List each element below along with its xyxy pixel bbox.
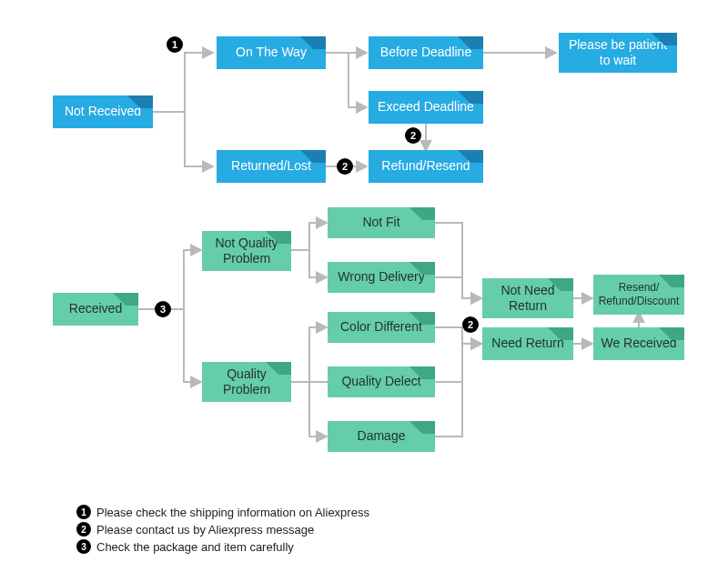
legend-num-2-icon: 2	[76, 522, 91, 537]
badge-2b-icon: 2	[405, 127, 421, 144]
node-please-wait: Please be patient to wait	[559, 33, 677, 73]
badge-2-icon: 2	[337, 158, 353, 175]
flowchart: { "colors":{"blue":"#26abe3","green":"#6…	[0, 0, 728, 582]
node-quality-problem: Quality Problem	[202, 362, 291, 402]
legend: 1Please check the shipping information o…	[76, 502, 369, 557]
node-not-fit: Not Fit	[328, 207, 435, 238]
node-quality-defect: Quality Delect	[328, 366, 435, 397]
node-not-received: Not Received	[53, 95, 153, 128]
node-not-need-return: Not Need Return	[482, 278, 573, 318]
legend-row: 1Please check the shipping information o…	[76, 505, 369, 519]
node-refund-resend: Refund/Resend	[369, 150, 483, 183]
node-on-the-way: On The Way	[217, 36, 326, 69]
node-we-received: We Received	[593, 327, 684, 360]
legend-num-1-icon: 1	[76, 505, 91, 519]
legend-row: 3Check the package and item carefully	[76, 539, 369, 554]
node-returned-lost: Returned/Lost	[217, 150, 326, 183]
badge-1-icon: 1	[167, 36, 183, 53]
node-exceed-deadline: Exceed Deadline	[369, 91, 483, 124]
badge-2c-icon: 2	[462, 316, 479, 333]
badge-3-icon: 3	[155, 301, 171, 317]
node-resend-refund-discount: Resend/ Refund/Discount	[593, 275, 684, 315]
node-before-deadline: Before Deadline	[369, 36, 483, 69]
node-not-quality-problem: Not Quality Problem	[202, 231, 291, 271]
node-color-different: Color Different	[328, 312, 435, 343]
legend-row: 2Please contact us by Aliexpress message	[76, 522, 369, 537]
node-wrong-delivery: Wrong Delivery	[328, 262, 435, 293]
node-received: Received	[53, 293, 138, 326]
node-need-return: Need Return	[482, 327, 573, 360]
legend-num-3-icon: 3	[76, 539, 91, 554]
node-damage: Damage	[328, 421, 435, 452]
